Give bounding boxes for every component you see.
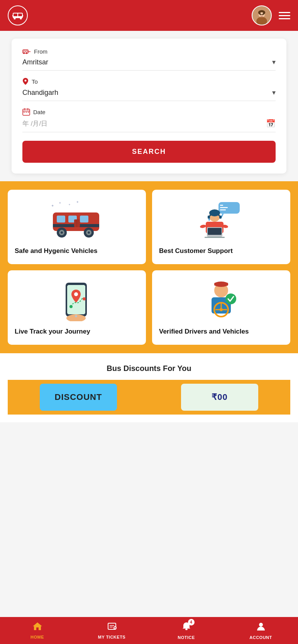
- feature-live-track: Live Track your Journey: [8, 270, 146, 345]
- features-grid: ✦ ✦ ✦ ✦: [8, 190, 290, 345]
- nav-item-tickets[interactable]: MY TICKETS: [74, 617, 149, 644]
- from-chevron-icon: ▾: [272, 58, 276, 66]
- account-nav-label: ACCOUNT: [249, 635, 272, 640]
- hamburger-menu[interactable]: [279, 12, 290, 19]
- account-nav-icon: [256, 621, 266, 634]
- nav-item-notice[interactable]: 4 NOTICE: [149, 617, 224, 644]
- from-icon: [22, 48, 31, 55]
- live-track-illustration: [15, 279, 139, 321]
- svg-point-88: [185, 629, 188, 630]
- tickets-nav-label: MY TICKETS: [98, 635, 125, 639]
- verified-drivers-title: Verified Drivers and Vehicles: [159, 327, 249, 336]
- header-right: [252, 5, 290, 25]
- hamburger-line-3: [279, 18, 290, 19]
- discount-card-2: ₹00: [181, 384, 258, 411]
- date-field-row[interactable]: 年 /月/日 📅: [22, 119, 276, 132]
- from-field-row[interactable]: Amritsar ▾: [22, 58, 276, 71]
- nav-item-home[interactable]: HOME: [0, 617, 74, 644]
- bottom-navigation: HOME MY TICKETS 4 NOTICE: [0, 617, 298, 644]
- date-placeholder: 年 /月/日: [22, 119, 47, 128]
- verified-drivers-illustration: [159, 279, 283, 321]
- svg-point-18: [23, 52, 25, 54]
- feature-verified-drivers: Verified Drivers and Vehicles: [152, 270, 290, 345]
- customer-support-title: Best Customer Support: [159, 247, 233, 256]
- svg-point-70: [75, 315, 77, 317]
- svg-text:✦: ✦: [76, 200, 79, 204]
- from-field-label: From: [34, 48, 47, 55]
- svg-point-67: [83, 297, 86, 300]
- svg-rect-48: [220, 205, 223, 206]
- home-nav-label: HOME: [30, 635, 44, 639]
- notice-badge-wrap: 4: [181, 621, 191, 634]
- svg-point-66: [69, 305, 73, 308]
- svg-rect-58: [205, 237, 225, 238]
- discounts-section: Bus Discounts For You DISCOUNT ₹00: [0, 353, 298, 422]
- support-svg-icon: [196, 200, 246, 239]
- to-label: To: [22, 78, 276, 85]
- svg-rect-26: [26, 112, 27, 113]
- search-card: From Amritsar ▾ To Chandigarh ▾ Date 年 /…: [12, 39, 286, 174]
- svg-point-80: [225, 293, 236, 304]
- svg-rect-61: [208, 219, 210, 221]
- feature-customer-support: Best Customer Support: [152, 190, 290, 264]
- date-icon: [22, 108, 30, 116]
- svg-point-9: [256, 17, 267, 25]
- svg-rect-59: [208, 216, 210, 219]
- svg-point-40: [61, 231, 63, 234]
- svg-rect-16: [26, 51, 27, 52]
- svg-point-76: [220, 308, 223, 311]
- avatar-image: [252, 5, 271, 25]
- svg-point-4: [20, 18, 22, 20]
- safe-vehicles-illustration: ✦ ✦ ✦ ✦: [15, 198, 139, 241]
- notice-badge: 4: [188, 619, 195, 625]
- from-value: Amritsar: [22, 58, 48, 66]
- bus-logo-icon: [12, 10, 24, 21]
- svg-rect-33: [57, 216, 65, 223]
- user-avatar[interactable]: [252, 5, 272, 25]
- live-track-title: Live Track your Journey: [15, 327, 90, 336]
- from-label: From: [22, 48, 276, 55]
- discounts-title: Bus Discounts For You: [8, 364, 290, 373]
- svg-rect-49: [220, 207, 228, 208]
- app-logo[interactable]: [8, 5, 28, 25]
- svg-point-43: [88, 231, 90, 234]
- svg-point-13: [262, 13, 264, 15]
- app-header: [0, 0, 298, 31]
- svg-text:✦: ✦: [68, 203, 71, 206]
- svg-rect-73: [214, 283, 228, 286]
- hamburger-line-1: [279, 12, 290, 13]
- customer-support-illustration: [159, 198, 283, 241]
- calendar-icon: 📅: [266, 119, 276, 128]
- svg-rect-6: [22, 15, 23, 17]
- svg-rect-25: [24, 112, 25, 113]
- svg-point-12: [260, 13, 261, 15]
- svg-rect-57: [208, 228, 222, 235]
- to-chevron-icon: ▾: [272, 88, 276, 97]
- hamburger-line-2: [279, 15, 290, 16]
- svg-point-89: [259, 623, 263, 627]
- features-section: ✦ ✦ ✦ ✦: [0, 181, 298, 353]
- tickets-nav-icon: [107, 622, 117, 633]
- safe-vehicles-title: Safe and Hygenic Vehicles: [15, 247, 97, 256]
- home-nav-icon: [32, 622, 42, 633]
- discount-card-1: DISCOUNT: [40, 384, 117, 411]
- discount-text-2: ₹00: [212, 392, 227, 402]
- svg-point-20: [25, 80, 27, 82]
- svg-rect-36: [90, 215, 97, 223]
- notice-nav-label: NOTICE: [178, 635, 195, 640]
- svg-rect-2: [18, 13, 22, 16]
- svg-rect-60: [219, 216, 222, 219]
- discount-preview: DISCOUNT ₹00: [8, 380, 290, 415]
- track-svg-icon: [55, 279, 99, 321]
- svg-rect-1: [14, 13, 17, 16]
- bus-svg-icon: ✦ ✦ ✦ ✦: [47, 200, 107, 239]
- to-field-row[interactable]: Chandigarh ▾: [22, 88, 276, 101]
- svg-point-19: [26, 52, 27, 54]
- feature-safe-vehicles: ✦ ✦ ✦ ✦: [8, 190, 146, 264]
- svg-rect-27: [28, 112, 29, 113]
- search-button[interactable]: SEARCH: [22, 141, 276, 163]
- svg-rect-50: [220, 209, 226, 211]
- to-value: Chandigarh: [22, 89, 58, 97]
- svg-point-54: [200, 224, 206, 229]
- nav-item-account[interactable]: ACCOUNT: [224, 617, 298, 644]
